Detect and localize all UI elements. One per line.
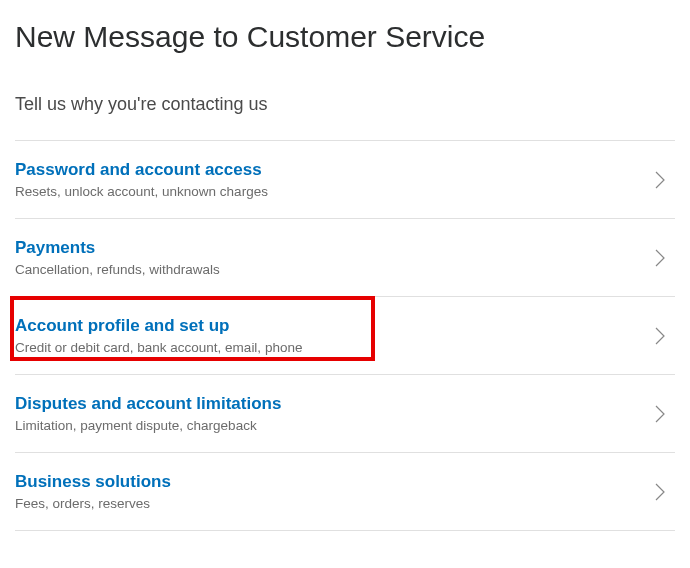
page-title: New Message to Customer Service (15, 20, 675, 54)
category-content: Payments Cancellation, refunds, withdraw… (15, 238, 640, 277)
category-payments[interactable]: Payments Cancellation, refunds, withdraw… (15, 219, 675, 297)
category-business-solutions[interactable]: Business solutions Fees, orders, reserve… (15, 453, 675, 531)
category-content: Account profile and set up Credit or deb… (15, 316, 640, 355)
category-desc: Cancellation, refunds, withdrawals (15, 262, 640, 277)
category-title: Account profile and set up (15, 316, 640, 336)
category-list: Password and account access Resets, unlo… (15, 140, 675, 531)
category-desc: Credit or debit card, bank account, emai… (15, 340, 640, 355)
category-content: Disputes and account limitations Limitat… (15, 394, 640, 433)
chevron-right-icon (655, 483, 665, 501)
category-desc: Limitation, payment dispute, chargeback (15, 418, 640, 433)
chevron-right-icon (655, 327, 665, 345)
category-title: Password and account access (15, 160, 640, 180)
category-password-access[interactable]: Password and account access Resets, unlo… (15, 141, 675, 219)
chevron-right-icon (655, 249, 665, 267)
category-title: Disputes and account limitations (15, 394, 640, 414)
category-desc: Fees, orders, reserves (15, 496, 640, 511)
category-title: Payments (15, 238, 640, 258)
page-subtitle: Tell us why you're contacting us (15, 94, 675, 115)
category-account-profile[interactable]: Account profile and set up Credit or deb… (15, 297, 675, 375)
category-desc: Resets, unlock account, unknown charges (15, 184, 640, 199)
chevron-right-icon (655, 405, 665, 423)
category-content: Password and account access Resets, unlo… (15, 160, 640, 199)
category-title: Business solutions (15, 472, 640, 492)
chevron-right-icon (655, 171, 665, 189)
category-content: Business solutions Fees, orders, reserve… (15, 472, 640, 511)
category-disputes[interactable]: Disputes and account limitations Limitat… (15, 375, 675, 453)
